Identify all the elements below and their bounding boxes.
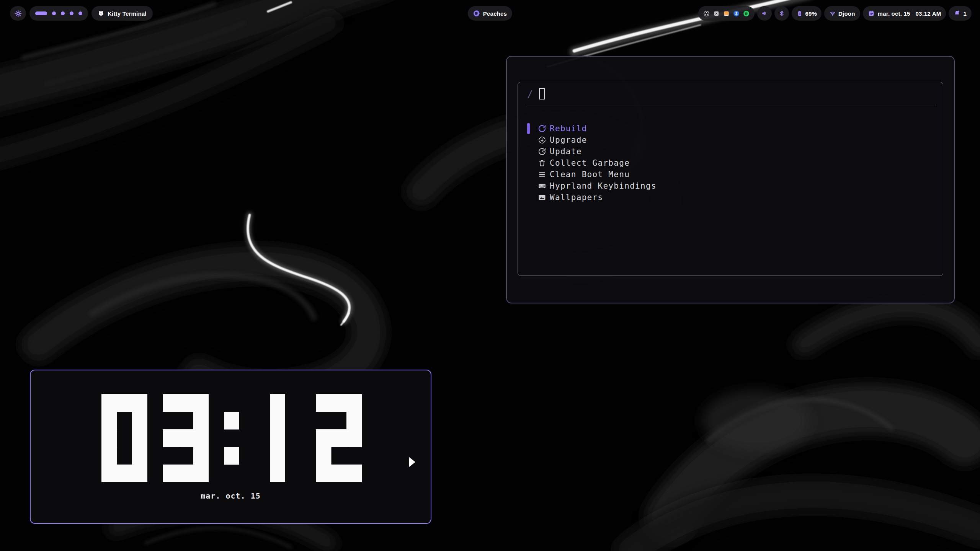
download-circle-icon [538, 136, 546, 144]
network-indicator[interactable]: Djoon [824, 6, 860, 21]
launcher-item-update[interactable]: Update [518, 146, 943, 157]
system-tray [698, 6, 755, 21]
bar-time: 03:12 AM [916, 10, 941, 17]
battery-percent: 69% [805, 10, 817, 17]
obs-icon[interactable] [703, 10, 710, 17]
workspaces-indicator[interactable] [29, 6, 88, 21]
settings-button[interactable] [10, 6, 26, 21]
notification-count: 1 [963, 10, 967, 17]
image-icon [538, 193, 546, 202]
bluetooth-button[interactable] [774, 6, 789, 21]
speaker-icon [761, 10, 768, 17]
launcher-item-collect-garbage[interactable]: Collect Garbage [518, 157, 943, 169]
widget-square-icon[interactable] [713, 10, 720, 17]
battery-icon [796, 10, 803, 17]
media-player-pill[interactable]: Peaches [468, 6, 512, 21]
launcher-item-upgrade[interactable]: Upgrade [518, 134, 943, 146]
launcher-panel: / Rebuild Upgrade Update [506, 56, 955, 303]
clock-widget: mar. oct. 15 [30, 370, 431, 524]
history-icon [538, 147, 546, 156]
clock-digit [224, 394, 239, 482]
clock-date: mar. oct. 15 [31, 491, 431, 500]
topbar-left: Kitty Terminal [10, 6, 153, 21]
calendar-icon [868, 10, 875, 17]
launcher-search[interactable]: / [527, 87, 545, 100]
search-separator [526, 105, 936, 105]
gear-icon [14, 10, 22, 18]
text-cursor [539, 88, 545, 99]
topbar-center: Peaches [468, 6, 512, 21]
workspace-dot[interactable] [52, 11, 56, 15]
volume-button[interactable] [757, 6, 772, 21]
active-window-pill[interactable]: Kitty Terminal [91, 6, 153, 21]
workspace-dot[interactable] [61, 11, 65, 15]
prompt-slash: / [527, 88, 533, 99]
spotify-icon [473, 10, 480, 17]
clock-digit [270, 394, 285, 482]
refresh-icon [538, 124, 546, 133]
network-ssid: Djoon [838, 10, 855, 17]
bluetooth-blue-icon[interactable] [733, 10, 740, 17]
notifications-button[interactable]: 1 [949, 6, 972, 21]
launcher-item-wallpapers[interactable]: Wallpapers [518, 192, 943, 203]
cat-icon [98, 10, 105, 17]
launcher-inner-box: / Rebuild Upgrade Update [518, 82, 943, 276]
wifi-icon [829, 10, 836, 17]
launcher-item-list: Rebuild Upgrade Update Collect Garbage C [518, 123, 943, 203]
active-window-title: Kitty Terminal [108, 10, 147, 17]
selection-bar [527, 123, 530, 134]
battery-indicator[interactable]: 69% [792, 6, 822, 21]
clock-digit [316, 394, 362, 482]
launcher-item-hyprland-keybindings[interactable]: Hyprland Keybindings [518, 180, 943, 192]
workspace-dot[interactable] [78, 11, 82, 15]
clock-time-display [101, 394, 377, 482]
workspace-dot[interactable] [70, 11, 74, 15]
topbar-right: 69% Djoon mar. oct. 15 03:12 AM 1 [698, 6, 972, 21]
menu-lines-icon [538, 170, 546, 179]
launcher-item-rebuild[interactable]: Rebuild [518, 123, 943, 134]
bar-date: mar. oct. 15 [878, 10, 910, 17]
spotify-green-icon[interactable] [743, 10, 750, 17]
orange-app-icon[interactable] [723, 10, 730, 17]
workspace-active[interactable] [35, 11, 47, 15]
datetime-indicator[interactable]: mar. oct. 15 03:12 AM [863, 6, 946, 21]
now-playing-title: Peaches [483, 10, 507, 17]
clock-digit [101, 394, 147, 482]
bluetooth-icon [778, 10, 785, 17]
clock-digit [163, 394, 209, 482]
trash-icon [538, 159, 546, 167]
keyboard-icon [538, 182, 546, 190]
bell-icon [954, 10, 960, 17]
launcher-item-clean-boot-menu[interactable]: Clean Boot Menu [518, 169, 943, 180]
